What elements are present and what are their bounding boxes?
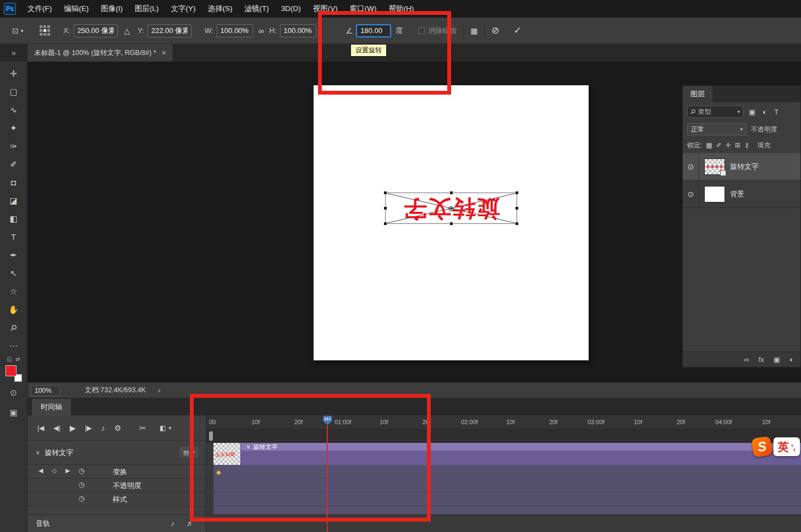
adjustment-layer-icon[interactable]: ◐ [789,355,794,364]
clone-stamp-tool[interactable]: ◘ [0,173,28,191]
menu-filter[interactable]: 滤镜(T) [239,0,275,18]
lock-paint-icon[interactable]: ✐ [716,141,722,149]
transform-handle[interactable] [515,222,519,226]
tab-layers[interactable]: 图层 [683,86,712,102]
playhead-line[interactable] [327,423,328,532]
lasso-tool[interactable]: ∿ [0,101,28,119]
chevron-down-icon[interactable]: ∨ [246,444,250,449]
rotation-angle-input[interactable] [356,24,391,37]
x-input[interactable] [74,24,118,37]
go-to-start-button[interactable]: |◀ [37,424,44,432]
reference-point-locator[interactable] [40,25,50,36]
property-track-area[interactable]: ◆ [213,465,801,514]
next-frame-button[interactable]: |▶ [85,424,92,432]
transform-center-point[interactable]: ⊕ [448,204,454,213]
antialias-checkbox[interactable] [418,28,425,34]
previous-keyframe-button[interactable]: ◀ [39,467,43,474]
marquee-tool[interactable]: ▢ [0,83,28,101]
menu-window[interactable]: 窗口(W) [344,0,383,18]
chevron-down-icon[interactable]: ∨ [36,449,40,456]
stopwatch-icon[interactable]: ◷ [79,467,84,475]
split-clip-button[interactable]: ✂ [139,424,146,432]
layer-mask-icon[interactable]: ▣ [773,355,780,364]
play-button[interactable]: ▶ [70,424,76,432]
move-tool[interactable]: ✛ [0,64,28,83]
eyedropper-tool[interactable]: ✑ [0,137,28,155]
track-header-rotated-text[interactable]: ∨ 旋转文字 ▤ ▾ [28,441,206,465]
lock-artboard-icon[interactable]: ⊞ [735,141,740,149]
commit-transform-button[interactable]: ✓ [514,25,522,36]
gradient-tool[interactable]: ◧ [0,210,28,228]
timeline-ruler[interactable]: 00 10f 20f 01:00f 10f 20f 02:00f 10f 20f… [206,415,801,430]
next-keyframe-button[interactable]: ▶ [65,467,70,474]
style-track[interactable] [213,492,801,506]
color-swatches[interactable] [6,365,22,382]
layer-row-rotated-text[interactable]: ⊙ 旋转文字 [683,153,800,180]
delta-icon[interactable]: △ [124,26,130,35]
keyframe-diamond-icon[interactable]: ◆ [216,469,221,476]
menu-image[interactable]: 图像(I) [95,0,129,18]
quick-selection-tool[interactable]: ✦ [0,119,28,137]
screen-mode-button[interactable]: ▣ [0,404,28,421]
track-options-button[interactable]: ▤ ▾ [180,447,198,458]
menu-select[interactable]: 选择(S) [202,0,239,18]
stopwatch-icon[interactable]: ◷ [79,481,84,489]
ime-logo[interactable]: S [751,436,772,457]
transition-button[interactable]: ◧ [160,424,166,432]
blend-mode-select[interactable]: 正常 ▾ [687,123,747,135]
menu-view[interactable]: 视图(V) [307,0,344,18]
transform-handle[interactable] [449,222,453,226]
audio-speaker-icon[interactable]: ♪ [171,519,175,528]
mute-audio-button[interactable]: ♪ [101,424,105,432]
previous-frame-button[interactable]: ◀| [53,424,60,432]
status-expand-icon[interactable]: › [158,386,160,394]
add-audio-icon[interactable]: ♬ [186,519,194,528]
menu-type[interactable]: 文字(Y) [165,0,202,18]
audio-track-row[interactable]: 音轨 ♪ ♬ [28,514,206,532]
video-clip-rotated-text[interactable]: ∨ 旋转文字 旋转文字 [213,443,801,465]
close-document-icon[interactable]: × [162,48,166,57]
h-input[interactable] [280,24,316,37]
document-tab[interactable]: 未标题-1 @ 100% (旋转文字, RGB/8#) * × [28,44,173,62]
collapse-panels-icon[interactable]: » [0,48,28,57]
work-area-bar[interactable] [206,430,801,443]
quick-mask-button[interactable]: ⊙ [0,384,28,402]
transform-handle[interactable] [383,206,387,210]
eraser-tool[interactable]: ◪ [0,191,28,210]
add-keyframe-button[interactable]: ◇ [52,467,56,474]
foreground-color-swatch[interactable] [6,365,17,376]
audio-track-area[interactable] [206,514,801,532]
transform-handle[interactable] [383,222,387,226]
timeline-settings-button[interactable]: ⚙ [114,424,122,432]
transform-handle[interactable] [515,206,519,210]
document-canvas[interactable]: 旋转文字 ⊕ [314,85,589,360]
swap-colors-icon[interactable]: ⇄ [15,356,20,362]
transform-handle[interactable] [383,191,387,195]
more-tools-button[interactable]: ⋯ [0,337,28,355]
custom-shape-tool[interactable]: ☆ [0,282,28,300]
layer-visibility-toggle[interactable]: ⊙ [683,180,699,207]
transform-bounding-box[interactable]: 旋转文字 ⊕ [385,193,517,224]
layer-row-background[interactable]: ⊙ 背景 [683,180,800,208]
menu-3d[interactable]: 3D(D) [275,0,307,18]
w-input[interactable] [217,24,253,37]
default-colors-icon[interactable]: ◱ [7,356,12,362]
path-selection-tool[interactable]: ↖ [0,264,28,282]
type-tool[interactable]: T [0,228,28,246]
lock-all-icon[interactable]: ⚷ [744,141,749,149]
link-dimensions-icon[interactable]: ∞ [259,26,264,35]
tab-timeline[interactable]: 时间轴 [32,399,71,415]
opacity-track[interactable] [213,479,801,492]
stopwatch-icon[interactable]: ◷ [79,495,84,502]
transform-tool-icon[interactable]: ⊡ ▾ [12,26,23,35]
work-area-start-handle[interactable] [209,431,213,441]
layer-style-fx-icon[interactable]: fx [759,355,764,364]
brush-tool[interactable]: ✐ [0,155,28,173]
filter-pixel-icon[interactable]: ▣ [749,108,755,116]
zoom-level-input[interactable]: 100% [31,385,61,396]
menu-layer[interactable]: 图层(L) [129,0,165,18]
hand-tool[interactable]: ✋ [0,300,28,319]
lock-position-icon[interactable]: ✛ [726,141,731,149]
y-input[interactable] [147,24,191,37]
layer-name[interactable]: 背景 [730,189,744,199]
